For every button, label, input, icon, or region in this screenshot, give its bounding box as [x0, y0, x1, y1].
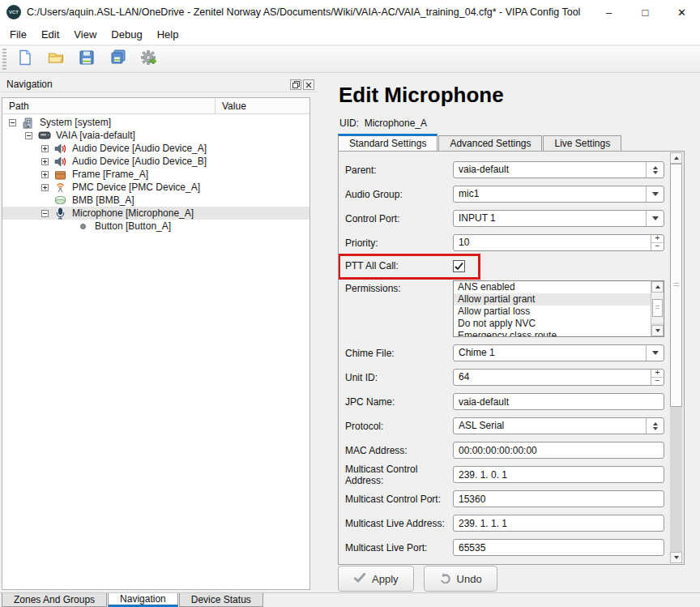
minimize-button[interactable]: – [591, 0, 627, 24]
list-item[interactable]: Allow partial loss [454, 306, 651, 318]
tab-device-status[interactable]: Device Status [179, 593, 263, 607]
speaker-icon [53, 142, 67, 155]
priority-spinbox[interactable]: 10 [453, 234, 664, 251]
multicast-live-address-input[interactable] [453, 515, 664, 532]
tree-header: Path Value [2, 98, 309, 114]
priority-value: 10 [454, 235, 651, 250]
unit-id-spinbox[interactable]: 64 [453, 369, 664, 386]
parent-spinner[interactable]: vaia-default [453, 161, 664, 178]
maximize-button[interactable]: □ [627, 0, 664, 24]
list-item[interactable]: Do not apply NVC [454, 318, 651, 330]
list-item[interactable]: Allow partial grant [454, 293, 651, 306]
multicast-control-port-input[interactable] [453, 490, 664, 507]
priority-label: Priority: [345, 237, 453, 249]
spinner-arrows-icon[interactable] [646, 418, 664, 434]
protocol-label: Protocol: [345, 421, 453, 432]
permissions-row: Permissions: ANS enabled Allow partial g… [345, 280, 664, 337]
permissions-listbox[interactable]: ANS enabled Allow partial grant Allow pa… [453, 280, 664, 337]
scrollbar-thumb[interactable] [652, 299, 663, 317]
list-item[interactable]: Emergency class route [454, 330, 651, 336]
tree-item-button[interactable]: Button [Button_A] [2, 220, 309, 233]
control-port-dropdown[interactable]: INPUT 1 [453, 210, 664, 227]
ptt-all-call-label: PTT All Call: [345, 260, 453, 271]
expand-icon[interactable] [41, 184, 49, 191]
vaia-station-icon [37, 129, 51, 142]
multicast-live-port-input[interactable] [453, 539, 664, 556]
tab-zones-and-groups[interactable]: Zones And Groups [2, 593, 107, 607]
tree-item-label: BMB [BMB_A] [72, 194, 134, 206]
navigation-tree: Path Value System [system] VAIA [vaia-de… [2, 97, 310, 590]
tree-item-bmb[interactable]: BMB [BMB_A] [2, 194, 309, 207]
close-panel-button[interactable] [303, 79, 314, 90]
list-item[interactable]: ANS enabled [454, 281, 651, 293]
permissions-scrollbar[interactable] [651, 281, 664, 336]
scroll-down-icon[interactable] [651, 325, 664, 336]
menu-help[interactable]: Help [150, 25, 186, 44]
tree-item-system[interactable]: System [system] [2, 116, 309, 129]
control-port-row: Control Port: INPUT 1 [345, 210, 664, 227]
menu-file[interactable]: File [2, 25, 34, 44]
decrement-button[interactable] [651, 378, 664, 385]
expand-icon[interactable] [41, 171, 49, 178]
chevron-down-icon[interactable] [646, 186, 664, 202]
column-header-path[interactable]: Path [2, 98, 216, 113]
decrement-button[interactable] [651, 243, 664, 250]
chevron-down-icon[interactable] [646, 211, 664, 226]
menu-edit[interactable]: Edit [34, 25, 66, 44]
bmb-icon [53, 194, 67, 207]
tree-item-label: Button [Button_A] [95, 220, 171, 232]
open-file-button[interactable] [42, 48, 70, 71]
jpc-name-input[interactable] [453, 393, 664, 410]
tree-item-frame[interactable]: Frame [Frame_A] [2, 168, 309, 181]
ptt-all-call-row: PTT All Call: [345, 259, 664, 273]
tree-item-label: Audio Device [Audio Device_B] [72, 156, 207, 167]
save-all-button[interactable] [104, 48, 131, 71]
tree-item-pmc-device[interactable]: PMC Device [PMC Device_A] [2, 181, 309, 194]
scroll-up-icon[interactable] [651, 281, 664, 293]
tab-navigation[interactable]: Navigation [108, 593, 178, 607]
tree-item-vaia[interactable]: VAIA [vaia-default] [2, 129, 309, 142]
chime-file-label: Chime File: [345, 348, 453, 359]
mac-address-input[interactable] [453, 442, 664, 459]
save-button[interactable] [73, 48, 100, 71]
collapse-icon[interactable] [9, 119, 16, 126]
tree-item-audio-device-b[interactable]: Audio Device [Audio Device_B] [2, 155, 309, 168]
tab-advanced-settings[interactable]: Advanced Settings [438, 135, 542, 151]
new-file-button[interactable] [11, 48, 39, 71]
settings-button[interactable] [134, 48, 162, 71]
tree-item-audio-device-a[interactable]: Audio Device [Audio Device_A] [2, 142, 309, 155]
multicast-control-address-input[interactable] [453, 466, 664, 483]
audio-group-label: Audio Group: [345, 189, 453, 200]
chevron-down-icon[interactable] [646, 345, 664, 361]
chime-file-dropdown[interactable]: Chime 1 [453, 344, 664, 361]
column-header-value[interactable]: Value [216, 98, 309, 113]
spinner-arrows-icon[interactable] [646, 162, 664, 177]
scroll-up-icon[interactable] [670, 152, 682, 164]
audio-group-dropdown[interactable]: mic1 [453, 186, 664, 203]
expand-icon[interactable] [41, 158, 49, 165]
float-panel-button[interactable] [290, 79, 301, 90]
system-building-icon [21, 116, 35, 129]
menu-view[interactable]: View [66, 25, 104, 44]
multicast-control-address-row: Multicast Control Address: [345, 466, 664, 483]
menu-debug[interactable]: Debug [104, 25, 149, 44]
button-dot-icon [76, 220, 90, 233]
apply-button[interactable]: Apply [338, 566, 414, 592]
save-icon [79, 49, 95, 69]
collapse-icon[interactable] [25, 132, 32, 139]
protocol-spinner[interactable]: ASL Serial [453, 417, 664, 434]
expand-icon[interactable] [41, 145, 49, 152]
content-scrollbar[interactable] [669, 152, 683, 563]
scroll-down-icon[interactable] [670, 552, 682, 563]
toolbar-grip[interactable] [2, 49, 6, 70]
checkmark-icon [454, 261, 464, 271]
close-button[interactable]: ✕ [664, 0, 700, 24]
tab-live-settings[interactable]: Live Settings [543, 135, 621, 151]
ptt-all-call-checkbox[interactable] [453, 260, 465, 272]
tab-standard-settings[interactable]: Standard Settings [338, 134, 438, 151]
scrollbar-thumb[interactable] [670, 164, 682, 407]
undo-button[interactable]: Undo [424, 566, 497, 592]
collapse-icon[interactable] [41, 210, 49, 217]
tree-item-microphone[interactable]: Microphone [Microphone_A] [2, 207, 309, 220]
jpc-name-row: JPC Name: [345, 393, 664, 410]
